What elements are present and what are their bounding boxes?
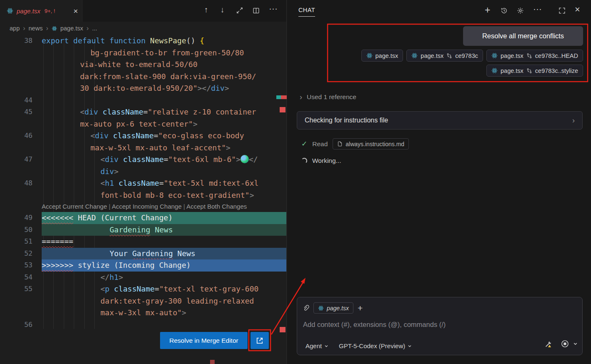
context-chips-row: page.tsxpage.tsxce9783cpage.tsxce9783c..…	[361, 50, 583, 62]
breadcrumb-app[interactable]: app	[10, 25, 20, 32]
more-actions-icon[interactable]: ···	[269, 3, 278, 13]
expand-icon[interactable]	[558, 7, 566, 16]
code-text	[42, 95, 286, 107]
tab-problems-badge: 9+, !	[45, 8, 55, 14]
agent-mode-dropdown[interactable]: Agent	[306, 342, 328, 349]
resolve-all-merge-conflicts-button[interactable]: Resolve all merge conflicts	[463, 26, 583, 46]
open-merge-editor-icon	[255, 337, 264, 345]
code-text: mx-auto px-6 text-center">	[42, 118, 286, 130]
git-compare-icon	[526, 53, 532, 59]
code-line: div>	[0, 166, 286, 178]
code-text: <<<<<<< HEAD (Current Change)	[42, 212, 286, 224]
context-chip[interactable]: page.tsxce9783c..stylize	[486, 65, 583, 77]
split-editor-icon[interactable]	[253, 7, 260, 16]
chevron-right-icon: ›	[572, 117, 575, 124]
context-chip[interactable]: page.tsxce9783c	[406, 50, 483, 62]
close-tab-icon[interactable]: ×	[73, 7, 78, 15]
git-compare-icon	[446, 53, 452, 59]
line-number	[0, 59, 42, 71]
line-number	[0, 47, 42, 59]
code-text: dark:from-slate-900 dark:via-green-950/	[42, 71, 286, 83]
instructions-file-chip[interactable]: always.instructions.md	[333, 138, 409, 150]
line-number	[0, 118, 42, 130]
line-number	[0, 307, 42, 319]
git-compare-icon	[526, 68, 532, 74]
checking-instructions-panel[interactable]: Checking for instructions file ›	[297, 111, 583, 130]
settings-gear-icon[interactable]	[517, 7, 524, 16]
send-options-chevron-icon[interactable]	[573, 340, 578, 348]
editor-pane: page.tsx 9+, ! × ↑ ↓ ··· app › news › pa…	[0, 0, 287, 364]
code-line: 55<p className="text-xl text-gray-600	[0, 283, 286, 295]
accept-incoming-change-link[interactable]: Accept Incoming Change	[112, 203, 182, 210]
chip-file-name: page.tsx	[501, 52, 523, 59]
line-number: 51	[0, 236, 42, 248]
code-text: </h1>	[42, 272, 286, 284]
chip-git-ref: ce9783c	[455, 52, 478, 59]
code-text: max-w-5xl mx-auto leaf-accent">	[42, 142, 286, 154]
code-text: <div className="eco-glass eco-body	[42, 130, 286, 142]
line-number: 52	[0, 248, 42, 260]
context-chip[interactable]: page.tsx	[361, 50, 403, 62]
breadcrumb-more[interactable]: ...	[92, 25, 97, 32]
working-status-row: Working...	[301, 157, 341, 165]
more-actions-icon[interactable]: ···	[533, 4, 542, 14]
code-line: 44	[0, 95, 286, 107]
tab-page-tsx[interactable]: page.tsx 9+, ! ×	[0, 0, 83, 22]
line-number: 46	[0, 130, 42, 142]
chip-file-name: page.tsx	[421, 52, 443, 59]
code-line: 38export default function NewsPage() {	[0, 35, 286, 47]
breadcrumb-separator: ›	[87, 25, 89, 32]
arrow-up-icon[interactable]: ↑	[204, 5, 208, 15]
code-line: dark:text-gray-300 leading-relaxed	[0, 295, 286, 307]
breadcrumb-page-tsx[interactable]: page.tsx	[60, 25, 83, 32]
model-picker-dropdown[interactable]: GPT-5-Codex (Preview)	[339, 342, 412, 349]
open-merge-editor-icon-button[interactable]	[250, 332, 269, 349]
chat-input[interactable]: Add context (#), extensions (@), command…	[303, 321, 571, 329]
code-line: 54</h1>	[0, 272, 286, 284]
new-chat-icon[interactable]: +	[485, 5, 490, 16]
close-panel-icon[interactable]: ×	[575, 4, 580, 15]
code-text: dark:text-gray-300 leading-relaxed	[42, 295, 286, 307]
attach-paperclip-icon[interactable]	[303, 305, 309, 312]
instructions-panel-label: Checking for instructions file	[305, 117, 388, 124]
instructions-file-name: always.instructions.md	[346, 141, 404, 147]
code-text: via-white to-emerald-50/60	[42, 59, 286, 71]
attached-file-chip[interactable]: page.tsx	[313, 302, 353, 314]
chat-input-box: page.tsx + Add context (#), extensions (…	[297, 297, 583, 355]
file-icon	[337, 141, 343, 147]
code-text: <h1 className="text-5xl md:text-6xl	[42, 177, 286, 189]
arrow-down-icon[interactable]: ↓	[220, 5, 225, 15]
code-text: >>>>>>> stylize (Incoming Change)	[42, 259, 286, 272]
compare-changes-icon[interactable]	[236, 7, 243, 16]
line-number	[0, 295, 42, 307]
breadcrumb-separator: ›	[23, 25, 25, 32]
line-number: 56	[0, 319, 42, 331]
read-file-row: ✓ Read always.instructions.md	[301, 138, 409, 150]
configure-tools-icon[interactable]	[544, 340, 552, 350]
history-icon[interactable]	[501, 7, 508, 16]
codelens-separator: |	[182, 203, 186, 210]
add-context-icon[interactable]: +	[358, 304, 363, 312]
working-label: Working...	[312, 157, 341, 165]
used-references-toggle[interactable]: › Used 1 reference	[300, 93, 356, 101]
accept-current-change-link[interactable]: Accept Current Change	[42, 203, 107, 210]
chevron-down-icon	[408, 344, 412, 348]
chat-panel: CHAT + ··· × Resolve all merge conflicts…	[287, 0, 591, 364]
line-number: 54	[0, 272, 42, 284]
code-text: Gardening News	[42, 224, 286, 236]
loading-spinner-icon	[301, 158, 307, 164]
attachment-row: page.tsx +	[303, 302, 363, 314]
line-number: 55	[0, 283, 42, 295]
stop-request-button[interactable]	[561, 340, 569, 349]
context-chip[interactable]: page.tsxce9783c..HEAD	[486, 50, 583, 62]
code-line: 46<div className="eco-glass eco-body	[0, 130, 286, 142]
codelens-separator: |	[107, 203, 112, 210]
agent-mode-label: Agent	[306, 342, 322, 349]
line-number: 49	[0, 212, 42, 224]
line-number: 53	[0, 259, 42, 272]
git-compare-icon	[526, 53, 532, 59]
resolve-in-merge-editor-button[interactable]: Resolve in Merge Editor	[160, 332, 248, 349]
breadcrumb-news[interactable]: news	[29, 25, 43, 32]
used-references-label: Used 1 reference	[307, 93, 356, 101]
accept-both-changes-link[interactable]: Accept Both Changes	[186, 203, 247, 210]
